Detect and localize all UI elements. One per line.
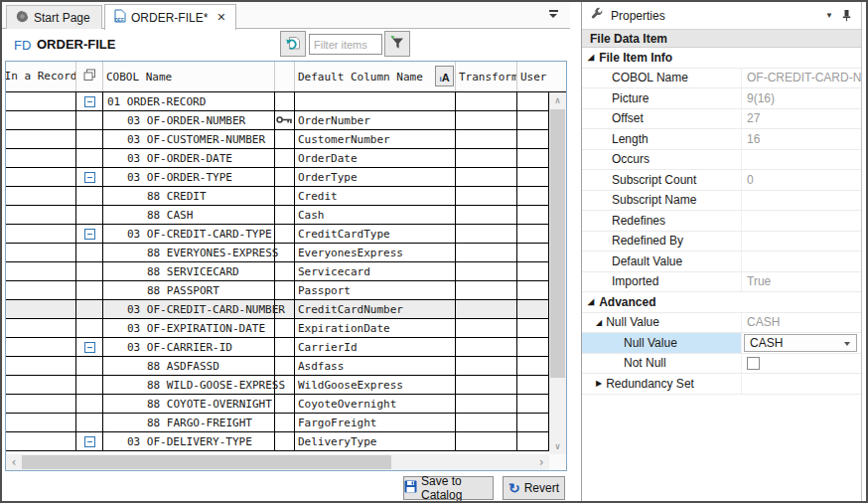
grid-row[interactable]: 03 OF-DELIVERY-TYPEDeliveryType — [6, 432, 549, 451]
column-header-in-a-record[interactable]: In a Record — [6, 62, 76, 91]
in-a-record-cell[interactable] — [6, 225, 76, 243]
not-null-checkbox[interactable] — [747, 357, 760, 370]
in-a-record-cell[interactable] — [6, 357, 76, 375]
null-value-combobox[interactable]: CASH — [744, 334, 857, 352]
user-cell[interactable] — [517, 225, 549, 243]
property-row[interactable]: Redefines — [582, 211, 861, 232]
cobol-name-cell[interactable]: 88 EVERYONES-EXPRESS — [103, 244, 275, 261]
user-cell[interactable] — [517, 338, 549, 356]
default-column-name-cell[interactable]: OrderType — [295, 168, 456, 186]
grid-row[interactable]: 88 WILD-GOOSE-EXPRESSWildGooseExpress — [6, 376, 549, 395]
in-a-record-cell[interactable] — [6, 206, 76, 224]
revert-button[interactable]: ↻ Revert — [503, 476, 565, 500]
user-cell[interactable] — [517, 111, 549, 129]
column-header-key[interactable] — [275, 62, 295, 91]
cobol-name-cell[interactable]: 88 WILD-GOOSE-EXPRESS — [103, 376, 275, 394]
property-row[interactable]: COBOL NameOF-CREDIT-CARD-N... — [582, 69, 861, 89]
property-row[interactable]: Occurs — [582, 150, 861, 171]
transform-cell[interactable] — [456, 92, 517, 110]
in-a-record-cell[interactable] — [6, 432, 76, 450]
transform-cell[interactable] — [456, 225, 517, 243]
expanded-triangle-icon[interactable]: ◢ — [596, 318, 602, 327]
property-row[interactable]: ◢Advanced — [582, 292, 861, 313]
close-tab-icon[interactable]: ✕ — [217, 12, 225, 23]
transform-cell[interactable] — [456, 414, 517, 431]
property-row[interactable]: Length16 — [582, 129, 861, 150]
in-a-record-cell[interactable] — [6, 414, 76, 431]
in-a-record-cell[interactable] — [6, 168, 76, 186]
cobol-name-cell[interactable]: 03 OF-DELIVERY-TYPE — [103, 432, 275, 450]
grid-row[interactable]: 01 ORDER-RECORD — [6, 92, 549, 111]
property-row[interactable]: ▶Redundancy Set — [582, 374, 861, 395]
grid-row[interactable]: 03 OF-ORDER-NUMBEROrderNumber — [6, 111, 549, 130]
default-column-name-cell[interactable]: CarrierId — [295, 338, 456, 356]
scroll-left-icon[interactable]: ‹ — [6, 454, 22, 470]
user-cell[interactable] — [517, 92, 549, 110]
grid-row[interactable]: 03 OF-CARRIER-IDCarrierId — [6, 338, 549, 357]
column-header-transform[interactable]: Transform — [456, 62, 517, 91]
tab-order-file[interactable]: DEF ORDER-FILE* ✕ — [104, 4, 236, 30]
transform-cell[interactable] — [456, 357, 517, 375]
transform-cell[interactable] — [456, 281, 517, 299]
property-row[interactable]: Redefined By — [582, 232, 861, 252]
user-cell[interactable] — [517, 244, 549, 261]
user-cell[interactable] — [517, 432, 549, 450]
grid-horizontal-scrollbar[interactable]: ‹ › — [6, 454, 549, 470]
default-column-name-cell[interactable]: Passport — [295, 281, 456, 299]
collapse-expander-icon[interactable] — [84, 96, 95, 107]
column-header-default-column-name[interactable]: Default Column Name iA — [295, 62, 456, 91]
default-column-name-cell[interactable]: DeliveryType — [295, 432, 456, 450]
transform-cell[interactable] — [456, 262, 517, 280]
collapse-expander-icon[interactable] — [84, 342, 95, 353]
user-cell[interactable] — [517, 357, 549, 375]
cobol-name-cell[interactable]: 88 FARGO-FREIGHT — [103, 414, 275, 431]
cobol-name-cell[interactable]: 03 OF-ORDER-DATE — [103, 149, 275, 167]
default-column-name-cell[interactable]: Cash — [295, 206, 456, 224]
expanded-triangle-icon[interactable]: ◢ — [588, 297, 594, 306]
grid-row[interactable]: 88 SERVICECARDServicecard — [6, 262, 549, 281]
property-row[interactable]: Subscript Count0 — [582, 170, 861, 191]
grid-row[interactable]: 03 OF-ORDER-TYPEOrderType — [6, 168, 549, 187]
default-column-name-cell[interactable]: CreditCardType — [295, 225, 456, 243]
grid-row[interactable]: 88 COYOTE-OVERNIGHTCoyoteOvernight — [6, 395, 549, 414]
grid-row[interactable]: 88 ASDFASSDAsdfass — [6, 357, 549, 376]
default-column-name-cell[interactable]: ExpirationDate — [295, 319, 456, 337]
default-column-name-cell[interactable]: OrderNumber — [295, 111, 456, 129]
user-cell[interactable] — [517, 300, 549, 318]
save-to-catalog-button[interactable]: Save to Catalog — [403, 476, 494, 500]
user-cell[interactable] — [517, 395, 549, 413]
transform-cell[interactable] — [456, 300, 517, 318]
user-cell[interactable] — [517, 376, 549, 394]
in-a-record-cell[interactable] — [6, 319, 76, 337]
scroll-up-icon[interactable]: ∧ — [549, 92, 566, 108]
scroll-right-icon[interactable]: › — [533, 454, 549, 470]
transform-cell[interactable] — [456, 187, 517, 205]
horizontal-scroll-thumb[interactable] — [22, 455, 391, 469]
cobol-name-cell[interactable]: 88 PASSPORT — [103, 281, 275, 299]
user-cell[interactable] — [517, 262, 549, 280]
transform-cell[interactable] — [456, 244, 517, 261]
property-row[interactable]: ImportedTrue — [582, 272, 861, 293]
transform-cell[interactable] — [456, 130, 517, 148]
default-column-name-cell[interactable]: EveryonesExpress — [295, 244, 456, 261]
user-cell[interactable] — [517, 130, 549, 148]
in-a-record-cell[interactable] — [6, 395, 76, 413]
default-column-name-cell[interactable]: OrderDate — [295, 149, 456, 167]
grid-vertical-scrollbar[interactable]: ∧ ∨ — [549, 92, 566, 454]
property-row[interactable]: Null ValueCASH — [582, 333, 861, 354]
in-a-record-cell[interactable] — [6, 111, 76, 129]
user-cell[interactable] — [517, 168, 549, 186]
transform-cell[interactable] — [456, 338, 517, 356]
collapsed-triangle-icon[interactable]: ▶ — [596, 379, 602, 388]
cobol-name-cell[interactable]: 88 COYOTE-OVERNIGHT — [103, 395, 275, 413]
property-row[interactable]: ◢File Item Info — [582, 48, 861, 69]
transform-cell[interactable] — [456, 395, 517, 413]
tab-list-menu-icon[interactable] — [549, 10, 558, 18]
window-position-chevron-icon[interactable]: ▼ — [825, 11, 833, 20]
grid-row[interactable]: 88 FARGO-FREIGHTFargoFreight — [6, 414, 549, 432]
in-a-record-cell[interactable] — [6, 262, 76, 280]
cobol-name-cell[interactable]: 03 OF-CARRIER-ID — [103, 338, 275, 356]
cobol-name-cell[interactable]: 03 OF-EXPIRATION-DATE — [103, 319, 275, 337]
grid-row[interactable]: 03 OF-CREDIT-CARD-TYPECreditCardType — [6, 225, 549, 244]
user-cell[interactable] — [517, 319, 549, 337]
